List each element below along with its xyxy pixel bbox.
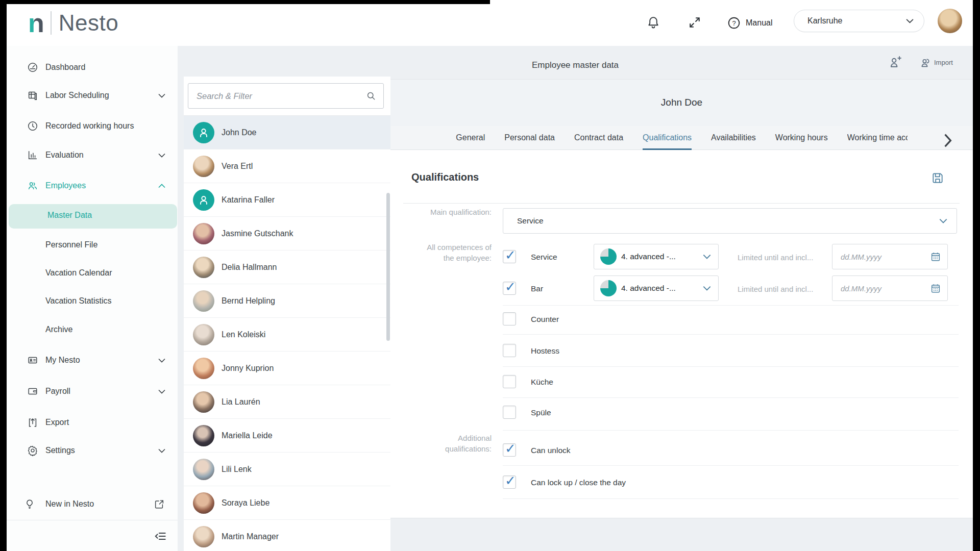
sidebar-item-export[interactable]: Export (7, 412, 178, 433)
calendar-icon[interactable] (930, 283, 941, 294)
competence-name: Spüle (531, 408, 551, 417)
employee-row[interactable]: Katarina Faller (184, 183, 390, 217)
sidebar-item-new-in-nesto[interactable]: New in Nesto (7, 494, 178, 514)
employee-row[interactable]: Bernd Helpling (184, 284, 390, 318)
row-divider (503, 397, 959, 398)
user-avatar[interactable] (938, 9, 962, 33)
id-card-icon (27, 355, 38, 366)
sidebar-nav: Dashboard Labor Scheduling Recorded work… (7, 46, 178, 551)
sidebar-item-personnel-file[interactable]: Personnel File (7, 235, 178, 255)
list-scrollbar[interactable] (386, 193, 390, 341)
collapse-sidebar-icon[interactable] (154, 530, 167, 543)
competence-checkbox-kueche[interactable] (503, 375, 516, 388)
tab-qualifications[interactable]: Qualifications (643, 126, 692, 149)
competence-checkbox-hostess[interactable] (503, 344, 516, 357)
add-employee-icon[interactable] (888, 55, 902, 69)
avatar (193, 257, 214, 278)
search-icon[interactable] (366, 91, 376, 101)
level-value: 4. advanced -... (621, 252, 703, 261)
competence-name: Küche (531, 378, 553, 387)
employee-row[interactable]: Mariella Leide (184, 419, 390, 453)
competence-checkbox-bar[interactable] (503, 282, 516, 295)
fullscreen-icon[interactable] (688, 15, 702, 30)
calendar-icon[interactable] (930, 251, 941, 262)
sidebar-item-labor-scheduling[interactable]: Labor Scheduling (7, 85, 178, 106)
employee-row[interactable]: Delia Hallmann (184, 251, 390, 284)
notifications-bell-icon[interactable] (646, 15, 660, 30)
sidebar-item-dashboard[interactable]: Dashboard (7, 57, 178, 78)
employee-row[interactable]: Len Koleiski (184, 318, 390, 352)
competence-checkbox-counter[interactable] (503, 312, 516, 325)
tab-contract-data[interactable]: Contract data (574, 126, 623, 149)
sidebar-item-my-nesto[interactable]: My Nesto (7, 350, 178, 370)
avatar (193, 358, 214, 379)
employee-row[interactable]: Martin Manager (184, 520, 390, 551)
sidebar-item-archive[interactable]: Archive (7, 319, 178, 340)
chevron-down-icon (158, 93, 165, 98)
competence-name: Hostess (531, 346, 559, 356)
sidebar-item-vacation-statistics[interactable]: Vacation Statistics (7, 291, 178, 311)
main-qualification-select[interactable]: Service (503, 208, 957, 234)
level-pie-icon (600, 280, 617, 296)
employee-name: Bernd Helpling (222, 296, 275, 306)
letterbox-right (973, 0, 980, 551)
sidebar-item-master-data[interactable]: Master Data (9, 204, 177, 229)
manual-link[interactable]: ? Manual (727, 16, 772, 30)
competence-checkbox-spuele[interactable] (503, 406, 516, 419)
employee-name: Mariella Leide (222, 431, 273, 440)
employee-row[interactable]: Soraya Liebe (184, 486, 390, 520)
tab-availabilities[interactable]: Availabilities (711, 126, 756, 149)
employee-row[interactable]: Jonny Kuprion (184, 352, 390, 385)
letterbox-left (0, 0, 7, 551)
sidebar-item-label: Employees (45, 181, 86, 190)
tab-personal-data[interactable]: Personal data (504, 126, 555, 149)
competences-label-line1: All competences of (390, 242, 492, 253)
bar-chart-icon (27, 149, 38, 161)
additional-checkbox-can-unlock[interactable] (503, 443, 516, 457)
row-divider (503, 430, 959, 431)
competence-checkbox-service[interactable] (503, 250, 516, 263)
avatar (193, 223, 214, 244)
main-qualification-label: Main qualification: (390, 207, 492, 217)
employee-name: Martin Manager (222, 532, 279, 541)
competence-level-select-service[interactable]: 4. advanced -... (594, 244, 719, 269)
additional-checkbox-can-lock-up[interactable] (503, 475, 516, 489)
employee-row[interactable]: Lia Laurén (184, 385, 390, 419)
location-select[interactable]: Karlsruhe (794, 10, 924, 32)
save-icon[interactable] (931, 171, 944, 185)
employee-row[interactable]: Jasmine Gutschank (184, 217, 390, 251)
employee-name: Len Koleiski (222, 330, 265, 339)
employee-name: Lia Laurén (222, 397, 260, 407)
chevron-down-icon (939, 218, 947, 223)
sidebar-item-evaluation[interactable]: Evaluation (7, 145, 178, 165)
limited-until-label: Limited until and incl... (738, 285, 813, 293)
sidebar-item-settings[interactable]: Settings (7, 440, 178, 461)
section-divider (403, 203, 960, 204)
import-button[interactable]: Import (919, 56, 953, 69)
export-icon (27, 417, 38, 428)
tab-general[interactable]: General (456, 126, 485, 149)
row-divider (503, 465, 959, 466)
tabs-scroll-right-icon[interactable] (943, 133, 952, 142)
sidebar-item-payroll[interactable]: Payroll (7, 381, 178, 402)
date-input[interactable] (841, 284, 930, 293)
employee-row[interactable]: Lili Lenk (184, 453, 390, 486)
sidebar-item-label: Personnel File (45, 240, 97, 249)
sidebar-item-recorded-working-hours[interactable]: Recorded working hours (7, 116, 178, 136)
employee-name: Soraya Liebe (222, 498, 270, 508)
search-input[interactable] (188, 84, 366, 108)
location-value: Karlsruhe (807, 16, 906, 26)
sidebar-item-label: Vacation Statistics (45, 296, 112, 306)
sidebar-item-vacation-calendar[interactable]: Vacation Calendar (7, 263, 178, 283)
avatar (193, 492, 214, 514)
tab-working-time-account[interactable]: Working time accou (847, 126, 908, 149)
date-input[interactable] (841, 253, 930, 261)
lightbulb-icon (24, 498, 35, 510)
employee-name: Jonny Kuprion (222, 364, 274, 373)
tab-working-hours[interactable]: Working hours (775, 126, 828, 149)
sidebar-item-employees[interactable]: Employees (7, 176, 178, 196)
competence-level-select-bar[interactable]: 4. advanced -... (594, 276, 719, 301)
employee-row[interactable]: Vera Ertl (184, 149, 390, 183)
sidebar-item-label: Export (45, 418, 69, 427)
employee-row[interactable]: John Doe (184, 116, 390, 149)
